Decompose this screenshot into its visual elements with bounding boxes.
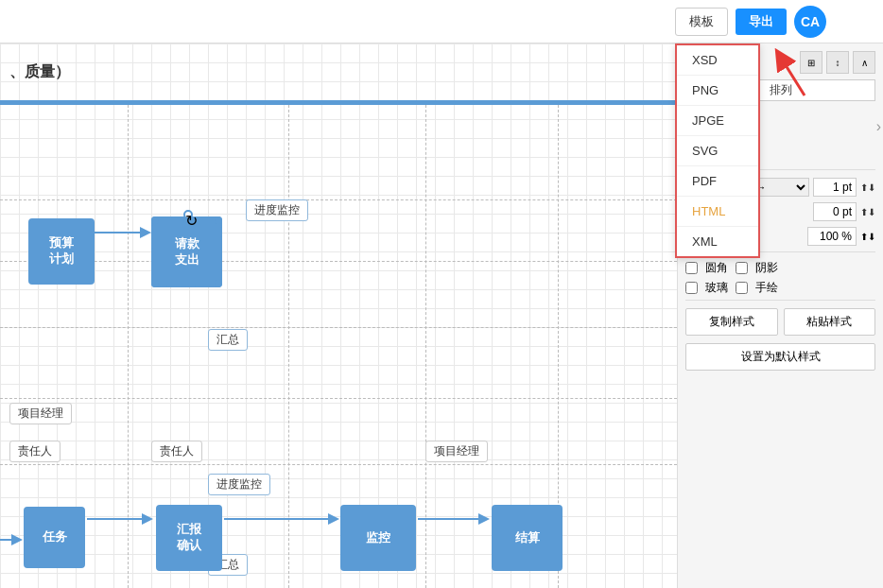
checkbox-row-1: 圆角 阴影 xyxy=(685,260,875,276)
export-dropdown: XSD PNG JPGE SVG PDF HTML XML xyxy=(675,43,760,258)
round-corner-label: 圆角 xyxy=(705,260,728,276)
paste-style-button[interactable]: 粘贴样式 xyxy=(784,308,876,336)
checkbox-row-2: 玻璃 手绘 xyxy=(685,280,875,296)
canvas-area[interactable]: 、质量） 项目经理 责任人 预算计划 请款支出 ↻ 进度监控 汇总 xyxy=(0,43,677,588)
handdrawn-label: 手绘 xyxy=(755,280,778,296)
shadow-checkbox[interactable] xyxy=(736,262,748,274)
round-corner-checkbox[interactable] xyxy=(685,262,698,274)
opacity-spinner[interactable]: ⬆⬇ xyxy=(860,232,875,242)
export-pdf[interactable]: PDF xyxy=(677,166,758,197)
diagram-title: 、质量） xyxy=(9,62,70,82)
template-button[interactable]: 模板 xyxy=(675,8,728,36)
canvas-inner: 、质量） 项目经理 责任人 预算计划 请款支出 ↻ 进度监控 汇总 xyxy=(0,43,677,588)
node-jiankong[interactable]: 监控 xyxy=(340,505,416,571)
row-divider-3 xyxy=(0,327,677,328)
export-xsd[interactable]: XSD xyxy=(677,45,758,76)
export-xml[interactable]: XML xyxy=(677,227,758,256)
collapse-icon[interactable]: ∧ xyxy=(853,51,875,74)
row-label-zrr: 责任人 xyxy=(9,441,61,462)
row-label-xmjl: 项目经理 xyxy=(9,403,72,424)
export-jpge[interactable]: JPGE xyxy=(677,106,758,136)
export-html[interactable]: HTML xyxy=(677,197,758,227)
set-default-style-button[interactable]: 设置为默认样式 xyxy=(685,343,875,371)
node-dot-tr xyxy=(215,216,222,224)
shadow-label: 阴影 xyxy=(755,260,778,276)
row-divider-1 xyxy=(0,199,677,200)
arrow-renwu-huibao xyxy=(87,505,159,533)
arrow-jiankong-jiesuan xyxy=(418,505,495,533)
red-arrow-indicator xyxy=(771,43,819,104)
toolbar: 模板 导出 CA xyxy=(0,0,883,43)
spacing-spinner[interactable]: ⬆⬇ xyxy=(860,207,875,217)
export-png[interactable]: PNG xyxy=(677,76,758,106)
node-huibao[interactable]: 汇报确认 xyxy=(156,505,222,571)
style-button-row: 复制样式 粘贴样式 xyxy=(685,308,875,336)
arrow-huibao-jiankong xyxy=(224,505,345,533)
node-dot-bl xyxy=(151,280,159,287)
refresh-icon: ↻ xyxy=(183,210,193,219)
glass-label: 玻璃 xyxy=(705,280,728,296)
glass-checkbox[interactable] xyxy=(685,282,698,294)
avatar[interactable]: CA xyxy=(794,6,826,38)
node-jiesuan[interactable]: 结算 xyxy=(492,505,563,571)
stroke-width-input[interactable] xyxy=(813,178,857,197)
stroke-spinner[interactable]: ⬆⬇ xyxy=(860,182,875,193)
swimlane-bar xyxy=(0,100,677,105)
row-divider-4 xyxy=(0,398,677,399)
node-dot-br xyxy=(215,280,222,287)
handdrawn-checkbox[interactable] xyxy=(736,282,748,294)
chevron-right-icon[interactable]: › xyxy=(876,118,881,135)
label-huizong-top: 汇总 xyxy=(208,329,248,351)
export-button[interactable]: 导出 xyxy=(736,9,787,35)
label-jindujiance-top: 进度监控 xyxy=(246,199,308,221)
expand-icon[interactable]: ↕ xyxy=(826,51,849,74)
node-yusuan[interactable]: 预算计划 xyxy=(28,218,95,285)
copy-style-button[interactable]: 复制样式 xyxy=(685,308,778,336)
spacing-input[interactable] xyxy=(813,202,857,221)
row-divider-5 xyxy=(0,464,677,465)
row-label-xmjl-right: 项目经理 xyxy=(425,441,488,462)
node-renwu[interactable]: 任务 xyxy=(24,507,85,568)
row-label-zrr2: 责任人 xyxy=(151,441,202,462)
arrow-left-renwu xyxy=(0,526,26,554)
export-svg[interactable]: SVG xyxy=(677,136,758,166)
label-jindujiance-bottom: 进度监控 xyxy=(208,474,270,495)
arrow-yusuan-qingkuan xyxy=(95,218,156,247)
row-divider-2 xyxy=(0,261,677,262)
opacity-input[interactable] xyxy=(807,227,857,246)
